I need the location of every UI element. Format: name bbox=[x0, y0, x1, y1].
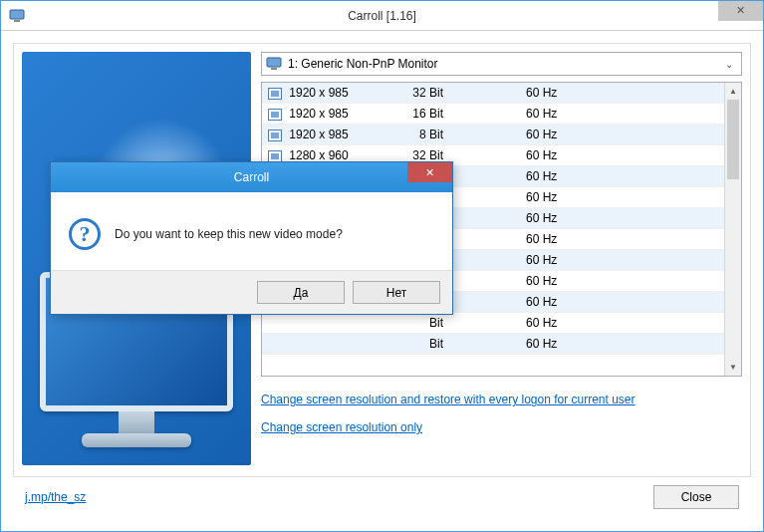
refresh-cell: 60 Hz bbox=[471, 271, 724, 292]
resolution-row[interactable]: 1920 x 9858 Bit60 Hz bbox=[262, 125, 724, 145]
dialog-titlebar: Carroll ✕ bbox=[51, 162, 452, 192]
chevron-down-icon: ⌄ bbox=[721, 59, 737, 70]
bitdepth-cell: Bit bbox=[382, 313, 471, 334]
bitdepth-cell: 8 Bit bbox=[382, 125, 471, 145]
svg-rect-2 bbox=[267, 58, 281, 67]
resolution-cell: 1920 x 985 bbox=[262, 125, 382, 145]
close-button[interactable]: Close bbox=[653, 485, 739, 509]
refresh-cell: 60 Hz bbox=[471, 83, 724, 104]
refresh-cell: 60 Hz bbox=[471, 229, 724, 250]
refresh-cell: 60 Hz bbox=[471, 187, 724, 208]
monitor-selected-text: 1: Generic Non-PnP Monitor bbox=[288, 57, 721, 71]
svg-rect-0 bbox=[10, 10, 24, 19]
links: Change screen resolution and restore wit… bbox=[261, 393, 742, 448]
refresh-cell: 60 Hz bbox=[471, 166, 724, 187]
refresh-cell: 60 Hz bbox=[471, 292, 724, 313]
app-icon bbox=[9, 8, 25, 24]
refresh-cell: 60 Hz bbox=[471, 145, 724, 166]
refresh-cell: 60 Hz bbox=[471, 104, 724, 125]
link-change-only[interactable]: Change screen resolution only bbox=[261, 420, 422, 434]
svg-rect-1 bbox=[14, 20, 20, 22]
resolution-cell: 1920 x 985 bbox=[262, 104, 382, 125]
refresh-cell: 60 Hz bbox=[471, 250, 724, 271]
refresh-cell: 60 Hz bbox=[471, 208, 724, 229]
dialog-body: ? Do you want to keep this new video mod… bbox=[51, 192, 452, 270]
refresh-cell: 60 Hz bbox=[471, 334, 724, 355]
window-close-button[interactable]: ✕ bbox=[718, 1, 763, 21]
credits-link[interactable]: j.mp/the_sz bbox=[25, 490, 86, 504]
dialog-no-button[interactable]: Нет bbox=[353, 281, 440, 304]
confirm-dialog: Carroll ✕ ? Do you want to keep this new… bbox=[50, 161, 453, 315]
dialog-title: Carroll bbox=[234, 170, 269, 184]
resolution-cell bbox=[262, 334, 382, 355]
bottom-bar: j.mp/the_sz Close bbox=[13, 477, 751, 519]
dialog-message: Do you want to keep this new video mode? bbox=[115, 227, 343, 241]
resolution-icon bbox=[268, 130, 282, 141]
resolution-cell: 1920 x 985 bbox=[262, 83, 382, 104]
resolution-cell bbox=[262, 313, 382, 334]
refresh-cell: 60 Hz bbox=[471, 125, 724, 145]
dialog-close-button[interactable]: ✕ bbox=[407, 162, 452, 182]
link-change-restore[interactable]: Change screen resolution and restore wit… bbox=[261, 393, 636, 406]
dialog-yes-button[interactable]: Да bbox=[257, 281, 345, 304]
refresh-cell: 60 Hz bbox=[471, 313, 724, 334]
window-title: Carroll [1.16] bbox=[348, 9, 416, 23]
monitor-icon bbox=[266, 57, 282, 71]
bitdepth-cell: 16 Bit bbox=[382, 104, 471, 125]
bitdepth-cell: Bit bbox=[382, 334, 471, 355]
scroll-thumb[interactable] bbox=[727, 100, 739, 179]
bitdepth-cell: 32 Bit bbox=[382, 83, 471, 104]
scrollbar[interactable]: ▲ ▼ bbox=[724, 83, 741, 376]
titlebar: Carroll [1.16] ✕ bbox=[1, 1, 763, 31]
question-icon: ? bbox=[69, 218, 101, 250]
svg-rect-3 bbox=[271, 68, 277, 70]
resolution-icon bbox=[268, 109, 282, 121]
resolution-row[interactable]: 1920 x 98532 Bit60 Hz bbox=[262, 83, 724, 104]
resolution-icon bbox=[268, 88, 282, 100]
scroll-down-button[interactable]: ▼ bbox=[725, 359, 741, 376]
monitor-dropdown[interactable]: 1: Generic Non-PnP Monitor ⌄ bbox=[261, 52, 742, 76]
scroll-up-button[interactable]: ▲ bbox=[725, 83, 741, 100]
resolution-row[interactable]: Bit60 Hz bbox=[262, 313, 724, 334]
resolution-row[interactable]: 1920 x 98516 Bit60 Hz bbox=[262, 104, 724, 125]
resolution-row[interactable]: Bit60 Hz bbox=[262, 334, 724, 355]
dialog-buttons: Да Нет bbox=[51, 270, 452, 314]
